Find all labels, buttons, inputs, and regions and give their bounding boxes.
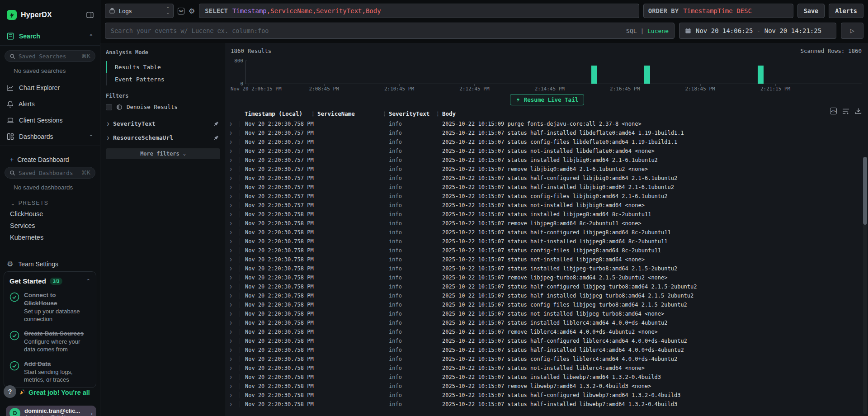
- expand-row-icon[interactable]: ❯: [230, 330, 240, 334]
- alerts-button[interactable]: Alerts: [829, 4, 863, 18]
- denoise-results-toggle[interactable]: Denoise Results: [106, 104, 220, 110]
- facet-severitytext[interactable]: ❯ SeverityText: [106, 117, 220, 131]
- saved-searches-input[interactable]: Saved Searches ⌘K: [5, 50, 95, 62]
- denoise-checkbox[interactable]: [106, 104, 112, 110]
- get-started-item[interactable]: Add Data Start sending logs, metrics, or…: [9, 360, 90, 384]
- table-row[interactable]: ❯Nov 20 2:20:30.757 PMinfo2025-10-22 10:…: [230, 128, 868, 137]
- sidebar-item-dashboards[interactable]: Dashboards ⌃: [0, 128, 100, 145]
- table-row[interactable]: ❯Nov 20 2:20:30.758 PMinfo2025-10-22 10:…: [230, 309, 868, 318]
- sidebar-item-alerts[interactable]: Alerts: [0, 96, 100, 112]
- order-by-input[interactable]: ORDER BY TimestampTime DESC: [643, 4, 793, 18]
- expand-row-icon[interactable]: ❯: [230, 275, 240, 280]
- table-row[interactable]: ❯Nov 20 2:20:30.758 PMinfo2025-10-22 10:…: [230, 210, 868, 219]
- date-range-picker[interactable]: Nov 20 14:06:25 - Nov 20 14:21:25: [679, 23, 836, 39]
- table-row[interactable]: ❯Nov 20 2:20:30.758 PMinfo2025-10-22 10:…: [230, 327, 868, 336]
- expand-row-icon[interactable]: ❯: [230, 185, 240, 189]
- expand-row-icon[interactable]: ❯: [230, 221, 240, 226]
- gear-icon[interactable]: ⚙: [189, 7, 195, 15]
- user-menu[interactable]: D dominic.tran@clic... dominic.tran@clic…: [6, 406, 96, 416]
- preset-services[interactable]: Services: [0, 220, 100, 232]
- expand-row-icon[interactable]: ❯: [230, 257, 240, 262]
- saved-dashboards-input[interactable]: Saved Dashboards ⌘K: [5, 167, 95, 179]
- sidebar-collapse-icon[interactable]: [86, 12, 94, 18]
- table-row[interactable]: ❯Nov 20 2:20:30.758 PMinfo2025-10-22 10:…: [230, 237, 868, 246]
- run-query-button[interactable]: ▷: [841, 23, 863, 39]
- table-row[interactable]: ❯Nov 20 2:20:30.758 PMinfo2025-10-22 10:…: [230, 355, 868, 364]
- expand-row-icon[interactable]: ❯: [230, 393, 240, 397]
- expand-row-icon[interactable]: ❯: [230, 284, 240, 289]
- search-input[interactable]: Search your events w/ Lucene ex. column:…: [105, 23, 675, 39]
- source-selector[interactable]: Logs ⌃⌄: [105, 4, 174, 18]
- table-row[interactable]: ❯Nov 20 2:20:30.757 PMinfo2025-10-22 10:…: [230, 165, 868, 174]
- more-filters-button[interactable]: More filters ⌃: [106, 148, 220, 159]
- code-view-button[interactable]: <>: [178, 8, 184, 14]
- histogram-bar[interactable]: [758, 66, 764, 84]
- get-started-item[interactable]: Create Data Sources Configure where your…: [9, 330, 90, 354]
- language-toggle[interactable]: SQL | Lucene: [626, 28, 669, 34]
- expand-row-icon[interactable]: ❯: [230, 303, 240, 307]
- preset-clickhouse[interactable]: ClickHouse: [0, 208, 100, 220]
- table-row[interactable]: ❯Nov 20 2:20:30.758 PMinfo2025-10-22 10:…: [230, 336, 868, 345]
- expand-row-icon[interactable]: ❯: [230, 203, 240, 208]
- expand-row-icon[interactable]: ❯: [230, 384, 240, 388]
- table-row[interactable]: ❯Nov 20 2:20:30.758 PMinfo2025-10-22 10:…: [230, 282, 868, 291]
- lang-sql[interactable]: SQL: [626, 28, 637, 34]
- table-row[interactable]: ❯Nov 20 2:20:30.757 PMinfo2025-10-22 10:…: [230, 156, 868, 165]
- code-view-button[interactable]: <>: [830, 108, 837, 114]
- select-columns-input[interactable]: SELECT Timestamp ,ServiceName,SeverityTe…: [199, 4, 639, 18]
- column-severitytext[interactable]: SeverityText⋮: [389, 110, 442, 117]
- expand-row-icon[interactable]: ❯: [230, 194, 240, 199]
- table-row[interactable]: ❯Nov 20 2:20:30.758 PMinfo2025-10-22 10:…: [230, 228, 868, 237]
- get-started-item[interactable]: Connect to ClickHouse Set up your databa…: [9, 291, 90, 323]
- expand-row-icon[interactable]: ❯: [230, 348, 240, 352]
- download-icon[interactable]: [855, 108, 862, 114]
- expand-row-icon[interactable]: ❯: [230, 149, 240, 153]
- table-row[interactable]: ❯Nov 20 2:20:30.757 PMinfo2025-10-22 10:…: [230, 147, 868, 156]
- expand-row-icon[interactable]: ❯: [230, 366, 240, 370]
- expand-row-icon[interactable]: ❯: [230, 293, 240, 298]
- table-row[interactable]: ❯Nov 20 2:20:30.757 PMinfo2025-10-22 10:…: [230, 183, 868, 192]
- table-row[interactable]: ❯Nov 20 2:20:30.758 PMinfo2025-10-22 10:…: [230, 382, 868, 391]
- preset-kubernetes[interactable]: Kubernetes: [0, 232, 100, 243]
- sidebar-item-chart-explorer[interactable]: Chart Explorer: [0, 80, 100, 96]
- expand-row-icon[interactable]: ❯: [230, 140, 240, 144]
- table-row[interactable]: ❯Nov 20 2:20:30.758 PMinfo2025-10-22 10:…: [230, 246, 868, 255]
- sidebar-item-client-sessions[interactable]: Client Sessions: [0, 112, 100, 128]
- column-timestamp[interactable]: Timestamp (Local)⋮: [240, 110, 317, 117]
- table-row[interactable]: ❯Nov 20 2:20:30.758 PMinfo2025-10-22 10:…: [230, 318, 868, 327]
- pin-icon[interactable]: [213, 121, 219, 127]
- table-row[interactable]: ❯Nov 20 2:20:30.758 PMinfo2025-10-22 10:…: [230, 264, 868, 273]
- expand-row-icon[interactable]: ❯: [230, 158, 240, 162]
- pin-icon[interactable]: [213, 135, 219, 141]
- expand-row-icon[interactable]: ❯: [230, 167, 240, 171]
- expand-row-icon[interactable]: ❯: [230, 230, 240, 235]
- save-button[interactable]: Save: [797, 4, 825, 18]
- expand-row-icon[interactable]: ❯: [230, 248, 240, 253]
- column-resize-handle[interactable]: ⋮: [382, 110, 384, 117]
- expand-row-icon[interactable]: ❯: [230, 312, 240, 316]
- expand-row-icon[interactable]: ❯: [230, 266, 240, 271]
- mode-results-table[interactable]: Results Table: [106, 61, 220, 73]
- table-row[interactable]: ❯Nov 20 2:20:30.758 PMinfo2025-10-22 10:…: [230, 291, 868, 300]
- table-row[interactable]: ❯Nov 20 2:20:30.758 PMinfo2025-10-22 10:…: [230, 255, 868, 264]
- expand-row-icon[interactable]: ❯: [230, 239, 240, 244]
- expand-row-icon[interactable]: ❯: [230, 339, 240, 343]
- column-resize-handle[interactable]: ⋮: [435, 110, 438, 117]
- table-row[interactable]: ❯Nov 20 2:20:30.758 PMinfo2025-10-22 10:…: [230, 364, 868, 373]
- table-row[interactable]: ❯Nov 20 2:20:30.757 PMinfo2025-10-22 10:…: [230, 192, 868, 201]
- table-row[interactable]: ❯Nov 20 2:20:30.757 PMinfo2025-10-22 10:…: [230, 174, 868, 183]
- scrollbar-thumb[interactable]: [863, 157, 867, 225]
- scrollbar-track[interactable]: [863, 157, 867, 414]
- table-row[interactable]: ❯Nov 20 2:20:30.758 PMinfo2025-10-22 10:…: [230, 345, 868, 355]
- help-button[interactable]: ?: [4, 385, 16, 398]
- histogram-bar[interactable]: [644, 66, 650, 84]
- resume-live-tail-button[interactable]: Resume Live Tail: [510, 94, 584, 105]
- mode-event-patterns[interactable]: Event Patterns: [106, 73, 220, 85]
- sidebar-item-search[interactable]: Search ⌃: [0, 28, 100, 44]
- histogram-bar[interactable]: [591, 66, 597, 84]
- chevron-up-icon[interactable]: ⌃: [86, 278, 90, 284]
- expand-row-icon[interactable]: ❯: [230, 176, 240, 180]
- create-dashboard-button[interactable]: +Create Dashboard: [0, 151, 100, 166]
- column-resize-handle[interactable]: ⋮: [310, 110, 313, 117]
- expand-row-icon[interactable]: ❯: [230, 357, 240, 361]
